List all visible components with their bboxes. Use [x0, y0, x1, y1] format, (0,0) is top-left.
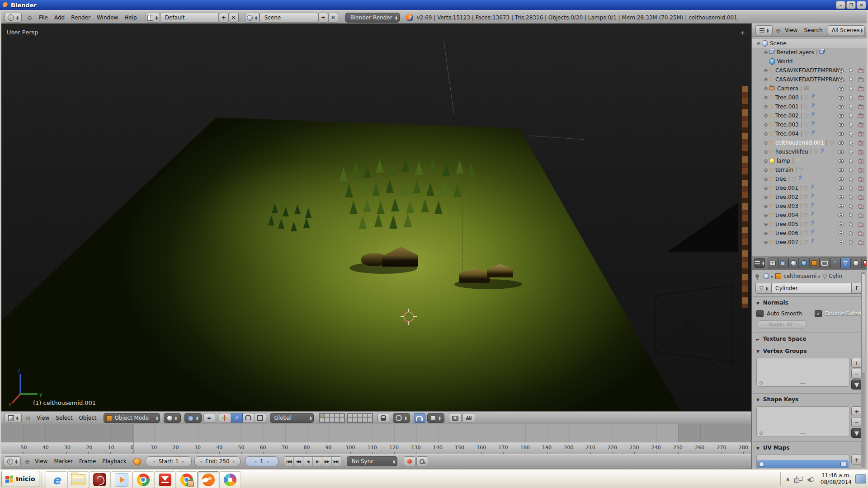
proportional-edit-select[interactable]: ▲▼: [393, 413, 410, 423]
selectability-cursor-icon[interactable]: [846, 156, 856, 165]
outliner-row[interactable]: ⊕Camera|: [752, 84, 867, 93]
expand-toggle-icon[interactable]: ⊖: [755, 39, 762, 48]
selectability-cursor-icon[interactable]: [846, 120, 856, 129]
outliner-row[interactable]: ⊕▽tree.006|▽: [752, 229, 867, 238]
visibility-eye-icon[interactable]: [836, 238, 846, 247]
outliner-item-name[interactable]: tree.002: [775, 194, 798, 200]
outliner-row[interactable]: ⊕▽Tree.004|▽: [752, 129, 867, 138]
editor-type-selector[interactable]: ▲▼: [4, 456, 21, 466]
outliner-item-name[interactable]: lamp: [777, 158, 790, 164]
add-shape-key-button[interactable]: +: [851, 406, 862, 416]
renderability-camera-icon[interactable]: [856, 156, 866, 165]
layer-toggle[interactable]: [325, 418, 330, 422]
shape-key-specials-button[interactable]: ▼: [851, 428, 862, 438]
collapse-menus-icon[interactable]: ⊖: [25, 458, 30, 465]
renderability-camera-icon[interactable]: [856, 111, 866, 120]
rotate-manipulator-button[interactable]: [243, 413, 255, 422]
vertex-groups-panel-header[interactable]: ▼ Vertex Groups: [756, 348, 862, 354]
layer-toggle[interactable]: [348, 418, 353, 422]
vertex-group-specials-button[interactable]: ▼: [851, 380, 862, 389]
renderability-camera-icon[interactable]: [856, 75, 866, 84]
taskbar-clock[interactable]: 11:46 a.m. 08/08/2014: [821, 472, 852, 486]
list-resize-grip-icon[interactable]: ══: [801, 381, 806, 386]
renderability-camera-icon[interactable]: [856, 129, 866, 138]
layers-grid[interactable]: [319, 413, 345, 423]
jump-to-start-button[interactable]: |◀◀: [284, 457, 294, 466]
expand-toggle-icon[interactable]: ⊕: [763, 193, 769, 202]
current-frame-line[interactable]: [133, 424, 134, 454]
pin-icon[interactable]: [755, 274, 759, 278]
time-toggle-button[interactable]: [133, 458, 141, 465]
visibility-eye-icon[interactable]: [836, 138, 846, 147]
expand-toggle-icon[interactable]: ⊕: [763, 184, 769, 193]
layer-toggle[interactable]: [348, 413, 353, 418]
outliner-item-name[interactable]: Tree.001: [775, 103, 799, 110]
expand-toggle-icon[interactable]: ⊕: [763, 202, 769, 211]
menu-help[interactable]: Help: [121, 14, 140, 22]
taskbar-app-scorpion[interactable]: [89, 471, 111, 488]
outliner-item-name[interactable]: Tree.004: [775, 131, 799, 137]
auto-keyframe-button[interactable]: [404, 456, 415, 466]
renderability-camera-icon[interactable]: [856, 138, 866, 147]
outliner-item-name[interactable]: CASAVIKEDADTEMPRANA.: [775, 76, 845, 83]
outliner-item-name[interactable]: CASAVIKEDADTEMPRANA: [775, 67, 844, 74]
outliner-item-name[interactable]: Tree.003: [775, 122, 799, 128]
screen-layout-field[interactable]: Default: [160, 13, 219, 23]
tray-chevron-icon[interactable]: ∧: [786, 476, 790, 482]
renderability-camera-icon[interactable]: [856, 84, 866, 93]
viewport-shading-select[interactable]: ▲▼: [164, 413, 181, 423]
selectability-cursor-icon[interactable]: [846, 75, 856, 84]
visibility-eye-icon[interactable]: [836, 102, 846, 111]
outliner-row[interactable]: ⊕▽tree.004|▽: [752, 211, 867, 220]
uv-maps-panel-header[interactable]: ▼ UV Maps: [756, 445, 862, 451]
outliner-row[interactable]: ⊕▽Tree.003|▽: [752, 120, 867, 129]
menu-render[interactable]: Render: [68, 14, 94, 22]
render-engine-select[interactable]: Blender Render ▲▼: [345, 13, 400, 23]
visibility-eye-icon[interactable]: [836, 174, 846, 183]
current-frame-field[interactable]: ◂ 1 ▸: [245, 456, 278, 466]
editor-type-selector[interactable]: ▲▼: [5, 413, 22, 423]
auto-smooth-checkbox[interactable]: [756, 310, 764, 317]
menu-file[interactable]: File: [36, 14, 51, 22]
expand-toggle-icon[interactable]: ⊕: [763, 211, 769, 220]
outliner-item-name[interactable]: Camera: [777, 85, 798, 92]
double-sided-checkbox[interactable]: ✓: [815, 310, 822, 317]
delete-scene-button[interactable]: ✕: [328, 13, 338, 23]
renderability-camera-icon[interactable]: [856, 238, 866, 247]
selectability-cursor-icon[interactable]: [846, 66, 856, 75]
renderability-camera-icon[interactable]: [856, 147, 866, 156]
properties-tab-object[interactable]: [809, 258, 820, 268]
minimize-button[interactable]: –: [836, 1, 845, 9]
collapse-menus-icon[interactable]: ⊖: [26, 415, 31, 422]
visibility-eye-icon[interactable]: [836, 229, 846, 238]
menu-marker[interactable]: Marker: [51, 457, 75, 465]
delete-layout-button[interactable]: ✕: [229, 13, 239, 23]
renderability-camera-icon[interactable]: [856, 202, 866, 211]
manipulator-axis-button[interactable]: [219, 413, 231, 422]
outliner-item-name[interactable]: tree.003: [775, 203, 798, 209]
layer-toggle[interactable]: [363, 413, 368, 418]
outliner-row[interactable]: ⊕▽Tree.002|▽: [752, 111, 867, 120]
shape-keys-list[interactable]: ⊕ ══: [756, 406, 849, 437]
visibility-eye-icon[interactable]: [836, 192, 846, 202]
taskbar-app-picasa[interactable]: [219, 471, 241, 488]
selectability-cursor-icon[interactable]: [846, 147, 856, 156]
play-button[interactable]: ▶: [313, 457, 322, 466]
expand-toggle-icon[interactable]: ⊕: [763, 238, 769, 247]
menu-view[interactable]: View: [32, 457, 51, 465]
renderability-camera-icon[interactable]: [856, 93, 866, 102]
camera-wireframe[interactable]: [651, 267, 747, 374]
expand-toggle-icon[interactable]: ⊕: [763, 229, 769, 238]
previous-keyframe-button[interactable]: ◀◀: [294, 457, 303, 466]
layer-toggle[interactable]: [363, 418, 368, 422]
layer-toggle[interactable]: [353, 418, 358, 422]
maximize-button[interactable]: ❐: [846, 1, 856, 9]
visibility-eye-icon[interactable]: [836, 129, 846, 138]
properties-tab-modifiers[interactable]: [830, 258, 840, 268]
layer-toggle[interactable]: [340, 418, 344, 422]
add-vertex-group-button[interactable]: +: [851, 358, 862, 368]
outliner-item-name[interactable]: Tree.000: [775, 94, 799, 101]
render-animation-button[interactable]: [462, 413, 475, 423]
expand-toggle-icon[interactable]: ⊕: [763, 84, 769, 94]
visibility-eye-icon[interactable]: [836, 147, 846, 156]
